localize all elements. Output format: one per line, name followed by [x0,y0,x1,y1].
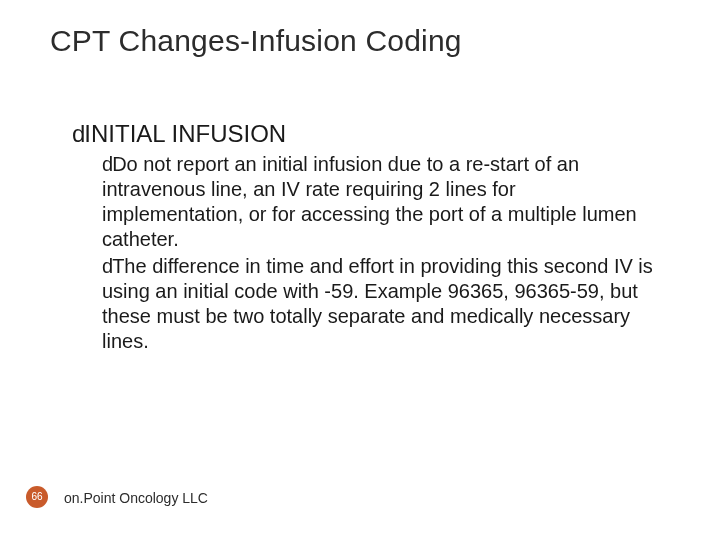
swirl-bullet-icon: d [72,120,82,147]
slide: CPT Changes-Infusion Coding dINITIAL INF… [0,0,720,540]
bullet-level2-text: The difference in time and effort in pro… [102,255,653,352]
bullet-level2: dThe difference in time and effort in pr… [102,254,660,354]
swirl-bullet-icon: d [102,153,110,175]
bullet-level2: dDo not report an initial infusion due t… [102,152,660,252]
bullet-level2-group: dDo not report an initial infusion due t… [102,152,660,354]
footer-text: on.Point Oncology LLC [64,490,208,506]
swirl-bullet-icon: d [102,255,110,277]
page-number-badge: 66 [26,486,48,508]
bullet-level2-text: Do not report an initial infusion due to… [102,153,637,250]
slide-title: CPT Changes-Infusion Coding [50,24,462,58]
bullet-level1-text: INITIAL INFUSION [84,120,286,147]
page-number: 66 [31,491,42,502]
slide-body: dINITIAL INFUSION dDo not report an init… [72,120,660,356]
bullet-level1: dINITIAL INFUSION [72,120,660,148]
